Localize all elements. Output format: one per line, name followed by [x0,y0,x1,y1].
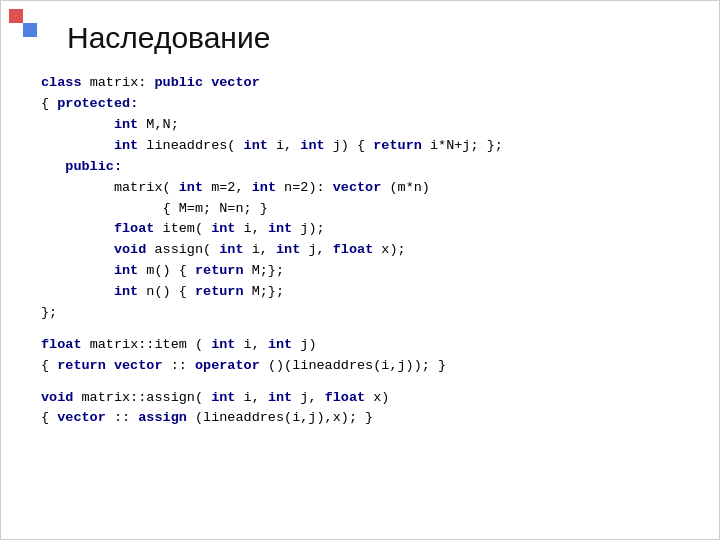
code-line-6: matrix( int m=2, int n=2): vector (m*n) [41,178,689,199]
code-text: j); [300,221,324,236]
kw-int-7: int [211,221,235,236]
blank-line-2 [41,377,689,388]
kw-int-2: int [114,138,138,153]
kw-int-11: int [114,263,138,278]
code-text: matrix::item ( [90,337,203,352]
code-text: { [41,96,49,111]
code-text: matrix( [114,180,171,195]
code-text: lineaddres( [146,138,235,153]
kw-vector-3: vector [114,358,163,373]
code-text: assign( [154,242,211,257]
kw-vector-2: vector [333,180,382,195]
code-text: x); [381,242,405,257]
code-line-12: }; [41,303,689,324]
code-line-5: public: [41,157,689,178]
code-text: i, [244,390,268,405]
kw-class: class [41,75,82,90]
kw-int-8: int [268,221,292,236]
kw-float-4: float [325,390,366,405]
kw-int-9: int [219,242,243,257]
code-line-14: { return vector :: operator ()(lineaddre… [41,356,689,377]
deco-squares [9,9,37,37]
code-text: :: [171,358,187,373]
code-text: matrix: [90,75,155,90]
indent [41,180,106,195]
kw-int-3: int [244,138,268,153]
code-text: { [41,410,57,425]
kw-int-6: int [252,180,276,195]
kw-operator: operator [195,358,260,373]
deco-sq1 [9,9,23,23]
kw-float-2: float [333,242,374,257]
kw-int-12: int [114,284,138,299]
code-text: i, [252,242,276,257]
code-text: M;}; [252,284,284,299]
code-text: n() { [146,284,195,299]
code-text: m=2, [211,180,252,195]
kw-return-1: return [373,138,422,153]
code-text: { M=m; N=n; } [163,201,268,216]
code-line-13: float matrix::item ( int i, int j) [41,335,689,356]
kw-void-1: void [114,242,146,257]
code-text: i, [244,337,268,352]
code-text: item( [163,221,204,236]
code-text: n=2): [284,180,333,195]
code-text: M,N; [146,117,178,132]
kw-return-3: return [195,284,244,299]
code-line-1: class matrix: public vector [41,73,689,94]
kw-int-5: int [179,180,203,195]
kw-return-2: return [195,263,244,278]
code-text: :: [114,410,130,425]
code-text: M;}; [252,263,284,278]
code-line-16: { vector :: assign (lineaddres(i,j),x); … [41,408,689,429]
code-text: j, [300,390,324,405]
code-line-4: int lineaddres( int i, int j) { return i… [41,136,689,157]
code-text: j, [308,242,332,257]
code-text: j) { [333,138,374,153]
code-text: i, [244,221,268,236]
code-line-11: int n() { return M;}; [41,282,689,303]
code-line-7: { M=m; N=n; } [41,199,689,220]
code-text: ()(lineaddres(i,j)); } [268,358,446,373]
kw-int-4: int [300,138,324,153]
code-text: i*N+j; }; [430,138,503,153]
code-text: (lineaddres(i,j),x); } [195,410,373,425]
code-text: m() { [146,263,195,278]
kw-return-4: return [57,358,106,373]
indent [41,263,106,278]
code-line-9: void assign( int i, int j, float x); [41,240,689,261]
kw-vector-4: vector [57,410,106,425]
slide: Наследование class matrix: public vector… [0,0,720,540]
code-text: i, [276,138,300,153]
kw-float-3: float [41,337,82,352]
kw-vector-1: vector [211,75,260,90]
kw-float-1: float [114,221,155,236]
code-line-2: { protected: [41,94,689,115]
indent [41,201,154,216]
indent [41,159,57,174]
blank-line-1 [41,324,689,335]
indent [41,221,106,236]
code-text: x) [373,390,389,405]
kw-int-10: int [276,242,300,257]
code-line-8: float item( int i, int j); [41,219,689,240]
code-line-15: void matrix::assign( int i, int j, float… [41,388,689,409]
deco-sq2 [23,23,37,37]
kw-int-14: int [268,337,292,352]
slide-title: Наследование [67,21,689,55]
code-block: class matrix: public vector { protected:… [41,73,689,429]
kw-protected: protected: [57,96,138,111]
kw-public-2: public: [65,159,122,174]
indent [41,242,106,257]
kw-int-1: int [114,117,138,132]
code-text: }; [41,305,57,320]
indent [41,138,106,153]
code-text: (m*n) [389,180,430,195]
code-text: matrix::assign( [82,390,204,405]
kw-void-2: void [41,390,73,405]
indent [41,284,106,299]
code-text: j) [300,337,316,352]
kw-int-16: int [268,390,292,405]
indent [41,117,106,132]
kw-public-1: public [154,75,203,90]
